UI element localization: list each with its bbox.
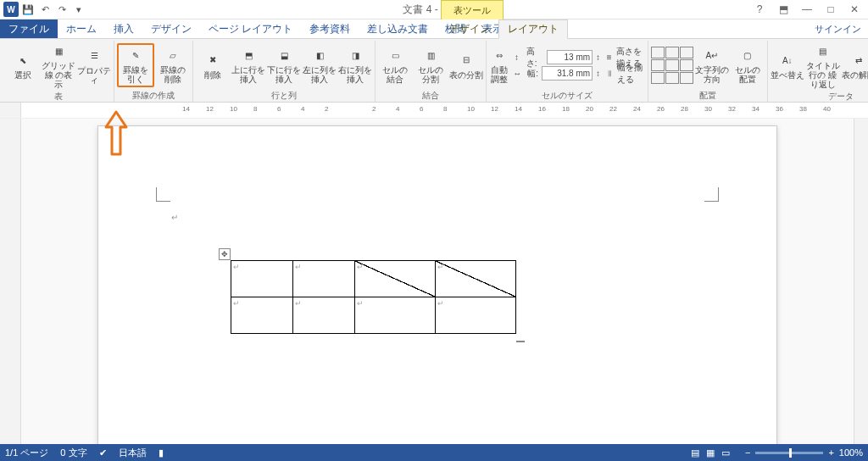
- alignment-grid[interactable]: [651, 47, 693, 84]
- table-cell-diagonal: ↵: [436, 261, 516, 297]
- margin-corner-left: [156, 187, 170, 202]
- group-draw-label: 罫線の作成: [117, 90, 190, 102]
- group-rowcol-label: 行と列: [196, 90, 372, 102]
- zoom-in-button[interactable]: +: [828, 447, 833, 458]
- text-direction-button[interactable]: A↵文字列の 方向: [695, 45, 729, 86]
- table-cell: ↵: [293, 297, 355, 334]
- delete-button[interactable]: ✖削除: [196, 50, 230, 81]
- table-cell-diagonal: ↵: [355, 261, 436, 297]
- horizontal-ruler[interactable]: 1412108642246810121416182022242628303234…: [0, 103, 868, 119]
- tab-file[interactable]: ファイル: [0, 19, 58, 38]
- zoom-slider[interactable]: [755, 452, 823, 454]
- document-title: 文書 4 - Word: [0, 3, 868, 17]
- distribute-cols-button[interactable]: ⫴幅を揃える: [605, 66, 645, 81]
- delete-icon: ✖: [204, 52, 221, 69]
- merge-icon: ▭: [387, 47, 403, 64]
- group-align-label: 配置: [651, 90, 765, 102]
- cell-margins-icon: ▢: [739, 47, 756, 64]
- cursor-icon: ⬉: [14, 52, 31, 69]
- split-table-icon: ⊟: [458, 52, 475, 69]
- qat-customize-icon[interactable]: ▾: [71, 2, 86, 17]
- help-icon[interactable]: ?: [751, 3, 768, 15]
- insert-right-icon: ◨: [347, 47, 364, 64]
- table-cell: ↵: [355, 297, 436, 334]
- sign-in-link[interactable]: サインイン: [808, 19, 868, 38]
- insert-below-button[interactable]: ⬓下に行を 挿入: [267, 45, 301, 86]
- group-data-label: データ: [771, 91, 868, 103]
- col-width-input[interactable]: 31.8 mm: [542, 66, 593, 81]
- split-icon: ▥: [422, 47, 439, 64]
- merge-cells-button[interactable]: ▭セルの 結合: [378, 45, 412, 86]
- ribbon: ⬉選択 ▦グリッド線 の表示 ☰プロパティ 表 ✎罫線を 引く ▱罫線の 削除 …: [0, 39, 868, 103]
- undo-icon[interactable]: ↶: [37, 2, 53, 17]
- vertical-ruler[interactable]: [0, 119, 21, 444]
- autofit-icon: ⇔: [491, 47, 508, 64]
- tab-design[interactable]: デザイン: [142, 19, 200, 38]
- split-table-button[interactable]: ⊟表の分割: [449, 50, 483, 81]
- paragraph-mark: ↵: [171, 213, 178, 222]
- convert-icon: ⇄: [850, 52, 867, 69]
- pencil-icon: ✎: [127, 47, 144, 64]
- table-move-handle-icon[interactable]: ✥: [219, 248, 231, 260]
- tab-insert[interactable]: 挿入: [105, 19, 142, 38]
- table-resize-handle-icon[interactable]: [516, 341, 525, 342]
- insert-left-button[interactable]: ◧左に列を 挿入: [303, 45, 337, 86]
- tab-home[interactable]: ホーム: [58, 19, 105, 38]
- tab-table-layout[interactable]: レイアウト: [498, 19, 568, 39]
- ribbon-collapse-icon[interactable]: ⬒: [775, 3, 792, 15]
- tab-mailings[interactable]: 差し込み文書: [359, 19, 437, 38]
- insert-right-button[interactable]: ◨右に列を 挿入: [338, 45, 372, 86]
- table-tools-context-label: 表ツール: [441, 0, 504, 20]
- row-height-icon: ↕: [510, 51, 522, 64]
- status-language[interactable]: 日本語: [119, 447, 147, 459]
- margin-corner-right: [704, 187, 719, 202]
- redo-icon[interactable]: ↷: [54, 2, 70, 17]
- cell-margins-button[interactable]: ▢セルの 配置: [731, 45, 765, 86]
- status-word-count[interactable]: 0 文字: [60, 447, 86, 459]
- status-proofing-icon[interactable]: ✔: [99, 447, 107, 458]
- status-bar: 1/1 ページ 0 文字 ✔ 日本語 ▮ ▤▦▭ − + 100%: [0, 444, 868, 461]
- maximize-icon[interactable]: □: [822, 3, 839, 15]
- sort-icon: A↓: [779, 52, 796, 69]
- document-scroll-area[interactable]: ↵ ✥ ↵ ↵ ↵ ↵ ↵ ↵ ↵ ↵: [21, 119, 854, 444]
- repeat-header-button[interactable]: ▤タイトル行の 繰り返し: [806, 41, 840, 91]
- table[interactable]: ✥ ↵ ↵ ↵ ↵ ↵ ↵ ↵ ↵: [231, 260, 516, 334]
- tab-table-design[interactable]: デザイン: [441, 19, 498, 38]
- zoom-level[interactable]: 100%: [839, 447, 863, 458]
- col-width-icon: ↔: [510, 67, 524, 81]
- insert-above-icon: ⬒: [240, 47, 257, 64]
- sort-button[interactable]: A↓並べ替え: [771, 50, 804, 81]
- minimize-icon[interactable]: —: [798, 3, 815, 15]
- tab-page-layout[interactable]: ページ レイアウト: [200, 19, 301, 38]
- draw-table-button[interactable]: ✎罫線を 引く: [117, 43, 154, 87]
- split-cells-button[interactable]: ▥セルの 分割: [414, 45, 448, 86]
- view-buttons[interactable]: ▤▦▭: [687, 447, 733, 458]
- insert-left-icon: ◧: [311, 47, 328, 64]
- group-merge-label: 結合: [378, 90, 483, 102]
- insert-below-icon: ⬓: [275, 47, 292, 64]
- group-table-label: 表: [6, 91, 111, 103]
- status-macro-icon[interactable]: ▮: [159, 447, 164, 458]
- properties-button[interactable]: ☰プロパティ: [77, 46, 111, 86]
- table-cell: ↵: [293, 261, 355, 297]
- view-gridlines-button[interactable]: ▦グリッド線 の表示: [42, 41, 75, 91]
- eraser-button[interactable]: ▱罫線の 削除: [156, 45, 190, 86]
- convert-to-text-button[interactable]: ⇄表の解除: [842, 50, 868, 81]
- group-size-label: セルのサイズ: [489, 90, 645, 102]
- repeat-header-icon: ▤: [815, 42, 832, 59]
- zoom-out-button[interactable]: −: [745, 447, 750, 458]
- vertical-scrollbar[interactable]: [854, 119, 868, 444]
- tab-references[interactable]: 参考資料: [301, 19, 359, 38]
- autofit-button[interactable]: ⇔自動調整: [489, 45, 509, 86]
- properties-icon: ☰: [86, 47, 103, 64]
- status-page[interactable]: 1/1 ページ: [5, 447, 48, 459]
- insert-above-button[interactable]: ⬒上に行を 挿入: [231, 45, 265, 86]
- page[interactable]: ↵ ✥ ↵ ↵ ↵ ↵ ↵ ↵ ↵ ↵: [97, 125, 777, 444]
- save-icon[interactable]: 💾: [20, 2, 36, 17]
- ribbon-tabs: ファイル ホーム 挿入 デザイン ページ レイアウト 参考資料 差し込み文書 校…: [0, 19, 868, 39]
- row-height-input[interactable]: 13 mm: [547, 50, 593, 64]
- eraser-icon: ▱: [164, 47, 181, 64]
- distribute-rows-icon: ≡: [605, 51, 613, 64]
- close-icon[interactable]: ✕: [846, 3, 863, 15]
- select-button[interactable]: ⬉選択: [6, 50, 40, 81]
